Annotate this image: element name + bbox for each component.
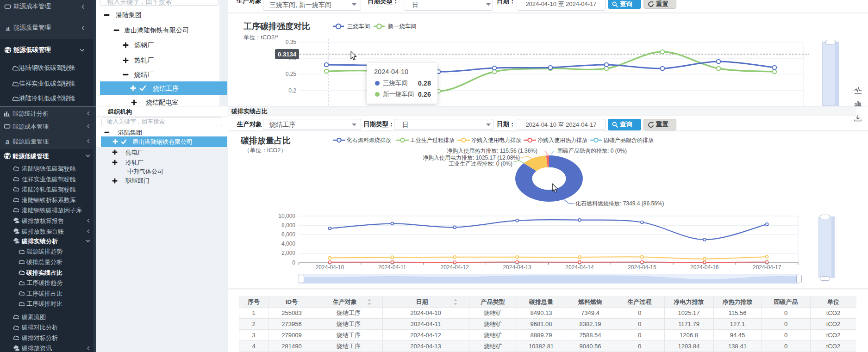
svg-text:a: a — [6, 24, 10, 31]
svg-text:a: a — [6, 137, 9, 145]
